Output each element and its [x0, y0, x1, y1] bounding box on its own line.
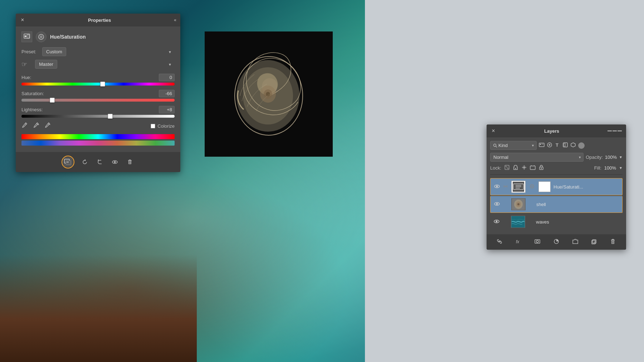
- channel-dropdown-wrapper: Master ▼: [35, 60, 175, 69]
- filter-pixel-icon[interactable]: [539, 142, 545, 149]
- visibility-button[interactable]: [110, 157, 119, 167]
- delete-layer-icon: [610, 239, 616, 244]
- add-color-icon[interactable]: +: [33, 122, 39, 130]
- clip-to-layer-button[interactable]: [62, 156, 74, 168]
- layer-item-hue-saturation[interactable]: Hue/Saturati...: [490, 178, 623, 195]
- kind-row: Kind ▼: [490, 141, 623, 150]
- filter-adjustment-icon[interactable]: [547, 142, 552, 149]
- layers-titlebar: × Layers: [487, 124, 626, 137]
- filter-mode-circle[interactable]: [578, 142, 585, 149]
- properties-close-button[interactable]: ×: [20, 18, 25, 23]
- new-group-button[interactable]: [571, 237, 580, 247]
- filter-shape-icon[interactable]: [562, 142, 568, 149]
- lock-image-icon[interactable]: [513, 165, 518, 171]
- blend-row: Normal ▼ Opacity: 100% ▼: [490, 153, 623, 162]
- smartobj-icon-svg: [570, 142, 576, 148]
- layers-content: Kind ▼: [487, 137, 626, 234]
- eye-waves-icon-svg: [494, 219, 499, 224]
- layers-title: Layers: [544, 128, 559, 134]
- lightness-value[interactable]: +8: [159, 106, 175, 113]
- adj-icon-svg: [24, 34, 30, 40]
- lightness-slider-thumb[interactable]: [108, 114, 113, 119]
- layer-adj-chain: [528, 184, 536, 190]
- target-adjustment-icon[interactable]: ☞: [21, 60, 32, 68]
- fill-adjustment-button[interactable]: [552, 237, 561, 247]
- svg-point-55: [517, 203, 519, 205]
- hue-label-row: Hue: 0: [21, 74, 175, 81]
- layer-item-shell[interactable]: shell: [490, 196, 623, 213]
- mask-icon: [36, 31, 47, 42]
- channel-dropdown[interactable]: Master: [35, 60, 57, 69]
- svg-point-34: [515, 168, 516, 169]
- lock-transparent-icon[interactable]: [504, 165, 510, 171]
- lock-all-icon[interactable]: [538, 165, 544, 171]
- layer-name-hue: Hue/Saturati...: [553, 184, 619, 190]
- layers-close-button[interactable]: ×: [491, 128, 496, 133]
- layers-menu-button[interactable]: [608, 130, 622, 132]
- menu-icon-bar1: [608, 131, 612, 131]
- sat-spectrum-bar: [21, 141, 175, 146]
- saturation-value[interactable]: -66: [159, 90, 175, 97]
- lock-artboard-icon[interactable]: [530, 165, 536, 171]
- kind-dropdown[interactable]: Kind: [490, 141, 537, 150]
- layers-panel: × Layers Kind ▼: [487, 124, 626, 250]
- saturation-slider-thumb[interactable]: [50, 98, 55, 103]
- svg-rect-30: [564, 143, 565, 146]
- hue-slider-track[interactable]: [21, 83, 175, 85]
- spectrum-bars: [21, 134, 175, 146]
- new-layer-button[interactable]: [590, 237, 599, 247]
- adjustment-layer-icon: [21, 31, 32, 42]
- add-mask-button[interactable]: [533, 237, 542, 247]
- reset-button[interactable]: [80, 157, 89, 167]
- saturation-slider-track[interactable]: [21, 99, 175, 102]
- fill-value[interactable]: 100%: [604, 165, 616, 171]
- eye-icon-svg: [494, 184, 500, 189]
- hue-value[interactable]: 0: [159, 74, 175, 81]
- channel-dropdown-arrow: ▼: [168, 62, 172, 66]
- canvas-area: [205, 31, 333, 157]
- properties-content: Hue/Saturation Preset: Custom ▼ ☞ Master…: [16, 26, 180, 152]
- delete-button[interactable]: [125, 157, 135, 167]
- colorize-checkbox[interactable]: [151, 124, 155, 128]
- hue-sat-thumb-svg: [513, 182, 524, 192]
- preset-row: Preset: Custom ▼: [21, 47, 175, 56]
- sample-color-icon[interactable]: [21, 122, 28, 130]
- opacity-arrow[interactable]: ▼: [619, 155, 623, 159]
- properties-title: Properties: [25, 18, 174, 23]
- properties-collapse-button[interactable]: «: [174, 18, 176, 23]
- layer-visibility-waves[interactable]: [493, 219, 500, 225]
- lock-position-icon[interactable]: [521, 165, 527, 171]
- shape-icon-svg: [562, 142, 568, 148]
- opacity-label: Opacity:: [586, 155, 603, 160]
- clip-icon: [64, 158, 72, 166]
- filter-icons: T: [539, 142, 585, 149]
- svg-rect-35: [530, 166, 535, 170]
- lightness-label: Lightness:: [21, 107, 43, 112]
- kind-dropdown-wrapper: Kind ▼: [490, 141, 537, 150]
- link-layers-button[interactable]: [495, 237, 504, 247]
- filter-smartobj-icon[interactable]: [570, 142, 576, 149]
- fill-arrow[interactable]: ▼: [619, 166, 623, 170]
- clip-icon-svg: [64, 158, 72, 166]
- blend-mode-dropdown[interactable]: Normal: [490, 153, 584, 162]
- hue-section: Hue: 0: [21, 74, 175, 85]
- delete-icon: [127, 159, 133, 165]
- delete-layer-button[interactable]: [609, 237, 617, 247]
- hue-slider-thumb[interactable]: [100, 82, 105, 87]
- subtract-color-icon[interactable]: −: [44, 122, 51, 130]
- opacity-value[interactable]: 100%: [605, 155, 617, 160]
- layer-chain-icon[interactable]: [503, 184, 508, 190]
- svg-text:T: T: [556, 142, 558, 148]
- svg-point-51: [496, 203, 498, 205]
- layer-visibility-hue[interactable]: [493, 184, 501, 190]
- lock-position-svg: [521, 165, 527, 170]
- layer-item-waves[interactable]: waves: [490, 214, 623, 230]
- undo-button[interactable]: [95, 157, 104, 167]
- layer-effects-button[interactable]: fx: [514, 237, 523, 247]
- svg-point-41: [496, 186, 498, 187]
- lightness-slider-track[interactable]: [21, 115, 175, 118]
- layer-visibility-shell[interactable]: [493, 201, 501, 207]
- filter-type-icon[interactable]: T: [555, 142, 560, 149]
- link-icon: [497, 239, 502, 244]
- preset-dropdown[interactable]: Custom: [42, 47, 66, 56]
